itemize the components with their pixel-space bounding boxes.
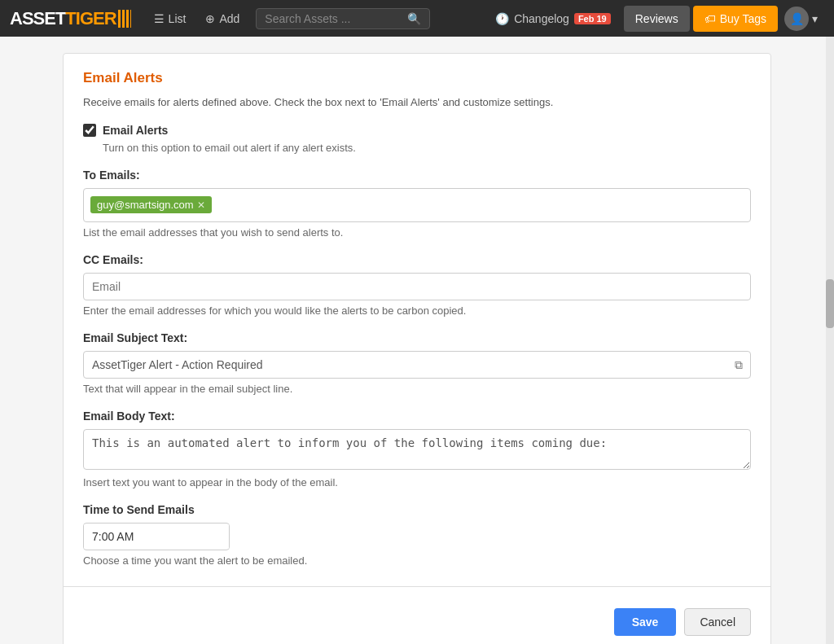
changelog-button[interactable]: 🕐 Changelog Feb 19 (485, 0, 621, 37)
subject-input[interactable] (83, 351, 751, 379)
cancel-button[interactable]: Cancel (684, 608, 751, 636)
cc-emails-input[interactable] (83, 273, 751, 300)
changelog-badge: Feb 19 (574, 13, 611, 24)
remove-tag-button[interactable]: ✕ (197, 199, 205, 211)
time-input-wrap: 🕐 (83, 523, 230, 550)
search-icon: 🔍 (407, 12, 421, 25)
navbar: ASSETTIGER ☰ List ⊕ Add 🔍 🕐 Changelog Fe… (0, 0, 834, 37)
body-hint: Insert text you want to appear in the bo… (83, 476, 751, 488)
reviews-label: Reviews (635, 12, 678, 25)
scrollbar-thumb[interactable] (826, 279, 834, 328)
to-emails-input[interactable]: guy@smartsign.com ✕ (83, 188, 751, 222)
subject-group: Email Subject Text: ⧉ Text that will app… (83, 331, 751, 395)
buy-tags-button[interactable]: 🏷 Buy Tags (693, 6, 778, 32)
subject-input-wrap: ⧉ (83, 351, 751, 379)
logo-tiger-text: TIGER (65, 8, 116, 28)
cc-emails-group: CC Emails: Enter the email addresses for… (83, 253, 751, 317)
buy-tags-label: Buy Tags (720, 12, 766, 25)
clock-icon: 🕐 (495, 12, 509, 25)
cc-emails-hint: Enter the email addresses for which you … (83, 304, 751, 317)
subject-hint: Text that will appear in the email subje… (83, 383, 751, 395)
avatar: 👤 (784, 7, 809, 31)
page-content: Email Alerts Receive emails for alerts d… (0, 37, 834, 644)
section-title: Email Alerts (83, 70, 751, 86)
email-alerts-section: Email Alerts Receive emails for alerts d… (63, 53, 771, 644)
section-description: Receive emails for alerts defined above.… (83, 94, 751, 111)
nav-add[interactable]: ⊕ Add (195, 0, 249, 37)
copy-icon: ⧉ (735, 357, 743, 371)
email-alerts-checkbox-label[interactable]: Email Alerts (103, 124, 168, 137)
footer-buttons: Save Cancel (83, 602, 751, 636)
changelog-label: Changelog (514, 12, 569, 25)
logo-asset-text: ASSET (10, 8, 65, 28)
body-label: Email Body Text: (83, 410, 751, 423)
nav-add-label: Add (219, 12, 239, 25)
save-button[interactable]: Save (614, 608, 677, 636)
time-label: Time to Send Emails (83, 503, 751, 516)
body-group: Email Body Text: Insert text you want to… (83, 410, 751, 488)
time-input[interactable] (84, 524, 230, 549)
reviews-button[interactable]: Reviews (624, 6, 690, 32)
cc-emails-label: CC Emails: (83, 253, 751, 266)
subject-label: Email Subject Text: (83, 331, 751, 344)
to-emails-group: To Emails: guy@smartsign.com ✕ List the … (83, 169, 751, 239)
nav-list[interactable]: ☰ List (144, 0, 196, 37)
logo: ASSETTIGER (10, 8, 131, 29)
time-group: Time to Send Emails 🕐 Choose a time you … (83, 503, 751, 567)
email-alerts-checkbox-row: Email Alerts (83, 124, 751, 137)
to-emails-hint: List the email addresses that you wish t… (83, 226, 751, 239)
email-alerts-checkbox-hint: Turn on this option to email out alert i… (103, 142, 751, 154)
nav-list-label: List (169, 12, 187, 25)
user-menu[interactable]: 👤 ▾ (778, 7, 824, 31)
to-email-tag-text: guy@smartsign.com (97, 199, 194, 211)
to-email-tag: guy@smartsign.com ✕ (90, 196, 212, 213)
search-input[interactable] (265, 12, 407, 25)
to-emails-label: To Emails: (83, 169, 751, 182)
add-icon: ⊕ (205, 12, 215, 25)
logo-stripes-icon (118, 10, 131, 28)
list-icon: ☰ (154, 12, 165, 25)
body-input[interactable] (83, 429, 751, 470)
search-bar[interactable]: 🔍 (256, 8, 430, 29)
time-hint: Choose a time you want the alert to be e… (83, 554, 751, 567)
email-alerts-checkbox[interactable] (83, 124, 96, 137)
scrollbar-track[interactable] (826, 37, 834, 644)
tag-icon: 🏷 (705, 12, 716, 25)
chevron-down-icon: ▾ (812, 12, 818, 25)
section-divider (64, 586, 770, 587)
